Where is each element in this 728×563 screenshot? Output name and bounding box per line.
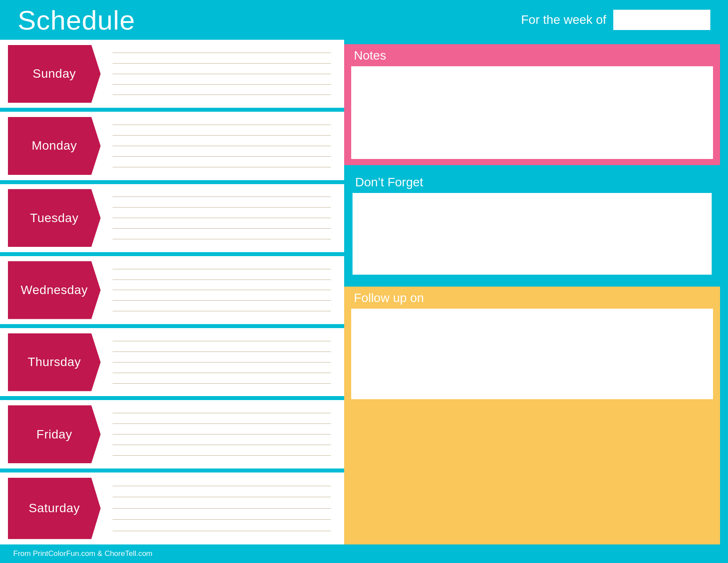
ribbon-thursday: Thursday — [8, 333, 101, 391]
line — [113, 280, 331, 280]
line — [113, 228, 331, 229]
header: Schedule For the week of — [0, 0, 728, 40]
day-block-monday: Monday — [0, 112, 344, 184]
teal-gap — [0, 324, 344, 328]
day-label-wednesday: Wednesday — [21, 283, 88, 297]
line — [113, 269, 331, 269]
banner-tuesday: Tuesday — [0, 184, 104, 252]
page-title: Schedule — [18, 4, 135, 36]
teal-gap — [0, 396, 344, 400]
line — [113, 196, 331, 197]
day-block-sunday: Sunday — [0, 40, 344, 112]
day-inner-saturday: Saturday — [0, 472, 344, 544]
dont-forget-box[interactable] — [353, 193, 712, 275]
day-label-sunday: Sunday — [33, 67, 76, 81]
footer-text: From PrintColorFun.com & ChoreTell.com — [13, 549, 153, 558]
line — [113, 362, 331, 363]
line — [113, 207, 331, 208]
line — [113, 413, 331, 413]
line — [113, 486, 331, 486]
teal-gap — [0, 180, 344, 184]
line — [113, 125, 331, 125]
day-label-friday: Friday — [37, 427, 72, 442]
line — [113, 445, 331, 445]
line — [113, 434, 331, 435]
line — [113, 63, 331, 64]
day-label-tuesday: Tuesday — [30, 211, 79, 225]
line — [113, 497, 331, 497]
teal-gap — [0, 469, 344, 472]
footer: From PrintColorFun.com & ChoreTell.com — [0, 544, 728, 563]
day-block-wednesday: Wednesday — [0, 256, 344, 328]
line — [113, 218, 331, 218]
day-inner-friday: Friday — [0, 400, 344, 468]
follow-up-section: Follow up on — [344, 287, 720, 544]
line — [113, 455, 331, 456]
line — [113, 167, 331, 167]
lines-saturday[interactable] — [104, 472, 344, 544]
for-the-week-label: For the week of — [521, 13, 606, 27]
day-block-tuesday: Tuesday — [0, 184, 344, 256]
lines-monday[interactable] — [104, 112, 344, 180]
line — [113, 373, 331, 373]
line — [113, 300, 331, 301]
lines-friday[interactable] — [104, 400, 344, 468]
line — [113, 74, 331, 74]
day-block-saturday: Saturday — [0, 472, 344, 544]
ribbon-monday: Monday — [8, 117, 101, 175]
line — [113, 531, 331, 531]
day-inner-thursday: Thursday — [0, 328, 344, 396]
ribbon-friday: Friday — [8, 405, 101, 463]
ribbon-saturday: Saturday — [8, 478, 101, 539]
day-label-thursday: Thursday — [28, 355, 81, 369]
day-label-saturday: Saturday — [29, 501, 80, 515]
lines-wednesday[interactable] — [104, 256, 344, 324]
lines-thursday[interactable] — [104, 328, 344, 396]
lines-tuesday[interactable] — [104, 184, 344, 252]
line — [113, 311, 331, 311]
day-inner-wednesday: Wednesday — [0, 256, 344, 324]
day-inner-sunday: Sunday — [0, 40, 344, 108]
lines-sunday[interactable] — [104, 40, 344, 108]
day-block-friday: Friday — [0, 400, 344, 472]
banner-saturday: Saturday — [0, 472, 104, 544]
line — [113, 156, 331, 157]
notes-label: Notes — [344, 44, 720, 66]
line — [113, 383, 331, 384]
notes-section: Notes — [344, 44, 720, 165]
ribbon-sunday: Sunday — [8, 45, 101, 103]
line — [113, 84, 331, 85]
right-panel: Notes Don’t Forget Follow up on — [344, 40, 728, 544]
day-inner-tuesday: Tuesday — [0, 184, 344, 252]
line — [113, 53, 331, 53]
line — [113, 135, 331, 136]
teal-gap — [0, 108, 344, 112]
line — [113, 239, 331, 239]
dont-forget-section: Don’t Forget — [344, 170, 720, 282]
line — [113, 351, 331, 352]
header-right: For the week of — [521, 10, 710, 30]
day-inner-monday: Monday — [0, 112, 344, 180]
week-input[interactable] — [613, 10, 710, 30]
notes-box[interactable] — [351, 66, 713, 159]
ribbon-tuesday: Tuesday — [8, 189, 101, 247]
content-area: Sunday — [0, 40, 728, 544]
line — [113, 423, 331, 424]
line — [113, 94, 331, 95]
line — [113, 290, 331, 290]
follow-up-label: Follow up on — [344, 287, 720, 309]
day-block-thursday: Thursday — [0, 328, 344, 400]
dont-forget-label: Don’t Forget — [345, 171, 719, 193]
line — [113, 508, 331, 509]
schedule-left: Sunday — [0, 40, 344, 544]
banner-monday: Monday — [0, 112, 104, 180]
page-wrapper: Schedule For the week of Sunday — [0, 0, 728, 563]
ribbon-wednesday: Wednesday — [8, 261, 101, 319]
follow-up-box[interactable] — [351, 309, 713, 399]
teal-gap — [0, 252, 344, 256]
banner-wednesday: Wednesday — [0, 256, 104, 324]
day-label-monday: Monday — [32, 139, 77, 153]
banner-thursday: Thursday — [0, 328, 104, 396]
banner-sunday: Sunday — [0, 40, 104, 108]
line — [113, 146, 331, 146]
